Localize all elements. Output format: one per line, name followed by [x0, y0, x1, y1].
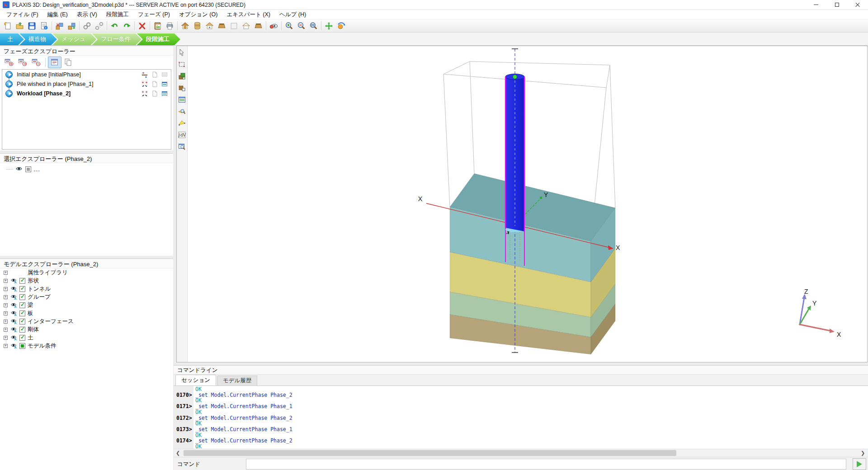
- mode-tab-0[interactable]: 土: [0, 33, 24, 45]
- scrollbar-thumb[interactable]: [184, 450, 676, 456]
- eye-icon[interactable]: A: [10, 286, 17, 292]
- visibility-checkbox[interactable]: [19, 294, 25, 300]
- maximize-button[interactable]: [826, 0, 847, 10]
- expander-icon[interactable]: +: [4, 295, 8, 299]
- empty-square-button[interactable]: [228, 20, 240, 32]
- phase-play-icon[interactable]: [5, 90, 13, 97]
- expander-icon[interactable]: +: [4, 336, 8, 340]
- visibility-checkbox[interactable]: [19, 319, 25, 324]
- visibility-checkbox[interactable]: [19, 278, 25, 284]
- pile-top-node[interactable]: [513, 75, 517, 79]
- eye-icon[interactable]: A: [10, 326, 17, 333]
- house-outline-button[interactable]: [240, 20, 252, 32]
- paste-image-button[interactable]: [151, 20, 164, 32]
- add-phase-button[interactable]: [2, 56, 16, 68]
- model-tree-row[interactable]: + A トンネル: [0, 285, 173, 293]
- phase-row[interactable]: Workload [Phase_2]: [2, 89, 171, 98]
- partial-geometry-button[interactable]: [177, 118, 187, 128]
- hide-objects-button[interactable]: [268, 20, 280, 32]
- visibility-checkbox[interactable]: [19, 286, 25, 292]
- mode-tab-1[interactable]: 構造物: [19, 33, 57, 45]
- menu-item-4[interactable]: フェーズ (P): [133, 10, 175, 19]
- visibility-checkbox[interactable]: [19, 302, 25, 308]
- visibility-checkbox[interactable]: [19, 327, 25, 333]
- pan-button[interactable]: [323, 20, 335, 32]
- delete-button[interactable]: [136, 20, 148, 32]
- material-table-button[interactable]: [177, 94, 187, 104]
- pile[interactable]: [505, 74, 524, 232]
- menu-item-6[interactable]: エキスパート (X): [222, 10, 275, 19]
- model-tree-row[interactable]: + A 梁: [0, 301, 173, 309]
- report-button[interactable]: [38, 20, 50, 32]
- viewport-3d[interactable]: X X Y Y: [176, 46, 868, 362]
- menu-item-7[interactable]: ヘルプ (H): [275, 10, 311, 19]
- eye-icon[interactable]: A: [10, 294, 17, 300]
- zoom-in-button[interactable]: [283, 20, 295, 32]
- scene-3d[interactable]: X X Y Y: [177, 46, 868, 362]
- scroll-right-arrow[interactable]: ❯: [859, 450, 866, 456]
- mode-tab-2[interactable]: メッシュ: [52, 33, 96, 45]
- menu-item-0[interactable]: ファイル (F): [2, 10, 43, 19]
- session-log[interactable]: OK0170>_set Model.CurrentPhase Phase_2OK…: [174, 385, 868, 449]
- run-command-button[interactable]: [853, 458, 866, 470]
- awning2-button[interactable]: [252, 20, 264, 32]
- edit-phase-button[interactable]: [48, 56, 61, 68]
- mode-tab-4[interactable]: 段階施工: [137, 33, 180, 45]
- eye-icon[interactable]: A: [10, 302, 17, 308]
- minimize-button[interactable]: [806, 0, 826, 10]
- preview-phase-button[interactable]: [177, 106, 187, 116]
- model-tree-row[interactable]: + A モデル条件: [0, 342, 173, 350]
- redo-button[interactable]: [121, 20, 133, 32]
- model-tree-row[interactable]: + A 形状: [0, 277, 173, 285]
- insert-phase-button[interactable]: [16, 56, 29, 68]
- horizontal-scrollbar[interactable]: ❮ ❯: [174, 449, 868, 457]
- selection-checkbox[interactable]: [25, 166, 31, 172]
- print-button[interactable]: [164, 20, 176, 32]
- unpack-project-button[interactable]: [66, 20, 78, 32]
- expander-icon[interactable]: +: [4, 328, 8, 332]
- model-tree-row[interactable]: + A グループ: [0, 293, 173, 301]
- eye-icon[interactable]: [15, 166, 23, 172]
- phase-play-icon[interactable]: [5, 71, 13, 78]
- expander-icon[interactable]: +: [4, 287, 8, 291]
- house-solid-button[interactable]: [179, 20, 191, 32]
- close-button[interactable]: [847, 0, 868, 10]
- phase-row[interactable]: Pile wished in place [Phase_1]: [2, 79, 171, 89]
- house-dot-button[interactable]: [203, 20, 216, 32]
- command-tab-0[interactable]: セッション: [175, 375, 216, 385]
- zoom-rectangle-button[interactable]: [307, 20, 320, 32]
- expander-icon[interactable]: +: [4, 344, 8, 348]
- phase-row[interactable]: Initial phase [InitialPhase]: [2, 70, 171, 79]
- expander-icon[interactable]: +: [4, 303, 8, 307]
- delete-phase-button[interactable]: [29, 56, 43, 68]
- awning-button[interactable]: [216, 20, 228, 32]
- menu-item-1[interactable]: 編集 (E): [43, 10, 72, 19]
- soil-block[interactable]: [450, 174, 615, 354]
- pack-project-button[interactable]: [53, 20, 66, 32]
- activate-button[interactable]: [177, 71, 187, 81]
- unlink-button[interactable]: [93, 20, 105, 32]
- scroll-left-arrow[interactable]: ❮: [175, 450, 181, 456]
- deactivate-button[interactable]: [177, 83, 187, 93]
- expander-icon[interactable]: +: [4, 320, 8, 324]
- eye-icon[interactable]: A: [10, 343, 17, 349]
- volume-integral-button[interactable]: ∫dV: [177, 130, 187, 140]
- command-tab-1[interactable]: モデル履歴: [217, 376, 257, 385]
- visibility-checkbox[interactable]: [19, 343, 25, 349]
- eye-icon[interactable]: A: [10, 277, 17, 284]
- new-project-button[interactable]: [1, 20, 14, 32]
- menu-item-3[interactable]: 段階施工: [102, 10, 133, 19]
- orbit-button[interactable]: [335, 20, 347, 32]
- copy-phase-button[interactable]: [61, 56, 75, 68]
- expander-icon[interactable]: +: [4, 279, 8, 283]
- model-tree-row[interactable]: + A インターフェース: [0, 317, 173, 325]
- command-input[interactable]: [246, 459, 846, 470]
- undo-button[interactable]: [108, 20, 121, 32]
- model-tree-row[interactable]: + A 属性ライブラリ: [0, 268, 173, 277]
- visibility-checkbox[interactable]: [19, 310, 25, 316]
- zoom-out-button[interactable]: [295, 20, 307, 32]
- visibility-checkbox[interactable]: [19, 335, 25, 341]
- model-tree-row[interactable]: + A 板: [0, 309, 173, 317]
- open-project-button[interactable]: [14, 20, 26, 32]
- eye-icon[interactable]: A: [10, 318, 17, 324]
